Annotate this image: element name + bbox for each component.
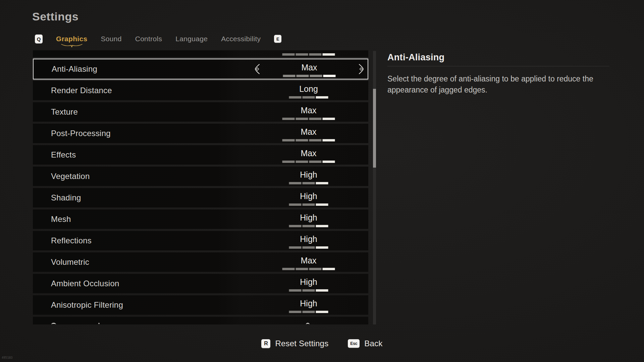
clipped-text-sliver <box>51 323 56 324</box>
setting-value: High <box>275 213 342 222</box>
setting-label: Vegetation <box>51 167 90 186</box>
setting-value: Max <box>275 127 342 136</box>
setting-level-bar <box>289 96 328 99</box>
level-segment <box>289 96 302 99</box>
settings-row[interactable]: Post-Processing Max <box>33 124 368 143</box>
level-segment <box>282 118 295 120</box>
settings-row[interactable]: Volumetric Max <box>33 252 368 272</box>
setting-label: Anti-Aliasing <box>52 59 97 79</box>
level-segment <box>303 311 315 313</box>
level-segment <box>316 203 328 206</box>
setting-value-wrap <box>275 50 342 57</box>
setting-value: High <box>275 299 342 308</box>
setting-level-bar <box>283 75 336 77</box>
level-segment <box>316 246 328 249</box>
level-segment <box>296 53 308 56</box>
detail-heading: Anti-Aliasing <box>387 52 444 63</box>
reset-key-icon: R <box>261 339 270 348</box>
settings-row[interactable]: Vegetation High <box>33 167 368 186</box>
settings-row-partial-bottom[interactable] <box>33 317 368 324</box>
tab-sound[interactable]: Sound <box>101 35 121 43</box>
setting-label: Texture <box>51 102 78 122</box>
settings-row[interactable]: Effects Max <box>33 145 368 165</box>
tab-accessibility[interactable]: Accessibility <box>221 35 261 43</box>
setting-value: Max <box>275 149 342 158</box>
setting-value-wrap: Max <box>275 145 342 165</box>
setting-level-bar <box>282 139 335 141</box>
clipped-text-sliver <box>98 323 100 324</box>
settings-row[interactable]: Ambient Occlusion High <box>33 274 368 293</box>
setting-value-wrap: High <box>275 209 342 229</box>
increase-arrow-icon[interactable] <box>358 64 364 74</box>
level-segment <box>323 139 335 141</box>
level-segment <box>309 268 322 270</box>
settings-row[interactable]: Reflections High <box>33 231 368 250</box>
level-segment <box>310 75 322 77</box>
setting-label: Ambient Occlusion <box>51 274 119 293</box>
setting-label: Post-Processing <box>51 124 111 143</box>
level-segment <box>323 161 335 163</box>
setting-label: Effects <box>51 145 76 165</box>
prev-tab-key-icon[interactable]: Q <box>35 35 43 44</box>
page-title: Settings <box>32 10 78 23</box>
level-segment <box>303 246 315 249</box>
setting-value: High <box>275 235 342 243</box>
level-segment <box>303 225 315 227</box>
reset-settings-label: Reset Settings <box>275 339 328 348</box>
settings-row[interactable]: Mesh High <box>33 209 368 229</box>
tab-controls[interactable]: Controls <box>135 35 162 43</box>
tab-bar: Q Graphics Sound Controls Language Acces… <box>35 33 281 45</box>
active-tab-ornament-icon <box>61 44 83 48</box>
setting-value-wrap: High <box>275 295 342 315</box>
settings-row[interactable]: Render Distance Long <box>33 81 368 100</box>
level-segment <box>303 203 315 206</box>
level-segment <box>323 53 335 56</box>
clipped-text-sliver <box>306 323 310 324</box>
level-segment <box>282 53 295 56</box>
level-segment <box>323 268 335 270</box>
level-segment <box>289 182 302 184</box>
next-tab-key-icon[interactable]: E <box>274 35 281 43</box>
detail-divider <box>387 66 609 66</box>
level-segment <box>297 75 309 77</box>
detail-description: Select the degree of anti-aliasing to be… <box>387 73 599 96</box>
escape-key-icon: Esc <box>348 339 360 348</box>
setting-value: High <box>275 278 342 286</box>
settings-row[interactable]: Texture Max <box>33 102 368 122</box>
setting-value-wrap: High <box>275 231 342 250</box>
level-segment <box>289 289 302 292</box>
level-segment <box>309 118 322 120</box>
tab-label: Graphics <box>56 35 87 43</box>
setting-label: Shading <box>51 188 81 207</box>
tab-language[interactable]: Language <box>175 35 208 43</box>
setting-value-wrap: Max <box>275 124 342 143</box>
setting-label: Anisotropic Filtering <box>51 295 123 315</box>
scrollbar-thumb[interactable] <box>373 89 376 168</box>
setting-value: Max <box>275 256 342 265</box>
level-segment <box>282 161 295 163</box>
settings-row[interactable]: Anisotropic Filtering High <box>33 295 368 315</box>
level-segment <box>289 203 302 206</box>
reset-settings-button[interactable]: R Reset Settings <box>261 339 328 348</box>
level-segment <box>296 268 308 270</box>
decrease-arrow-icon[interactable] <box>254 64 260 74</box>
level-segment <box>282 268 295 270</box>
settings-row[interactable]: Anti-Aliasing Max <box>33 59 368 79</box>
setting-value-wrap: Long <box>275 81 342 100</box>
setting-level-bar <box>289 225 328 227</box>
setting-level-bar <box>282 118 335 120</box>
scrollbar-track[interactable] <box>373 51 376 324</box>
tab-graphics[interactable]: Graphics <box>56 35 87 43</box>
back-button[interactable]: Esc Back <box>348 339 382 348</box>
level-segment <box>316 96 328 99</box>
level-segment <box>289 225 302 227</box>
setting-value: Max <box>275 106 342 115</box>
setting-value: High <box>275 170 342 179</box>
setting-value-wrap: High <box>275 188 342 207</box>
level-segment <box>323 75 336 77</box>
setting-value-wrap: High <box>275 274 342 293</box>
settings-row[interactable]: Shading High <box>33 188 368 207</box>
level-segment <box>309 161 322 163</box>
settings-row-partial-top[interactable] <box>33 50 368 57</box>
level-segment <box>289 311 302 313</box>
